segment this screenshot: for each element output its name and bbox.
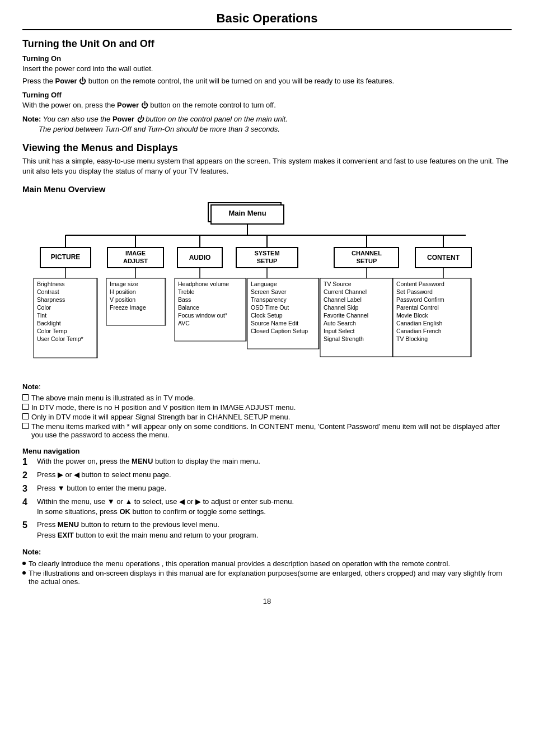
svg-text:User Color Temp*: User Color Temp* — [37, 335, 83, 342]
bullet-dot-2 — [22, 571, 26, 575]
svg-text:Main Menu: Main Menu — [228, 209, 266, 217]
svg-text:Source Name Edit: Source Name Edit — [251, 320, 298, 326]
svg-text:Balance: Balance — [178, 304, 199, 311]
svg-text:SETUP: SETUP — [257, 258, 278, 264]
svg-text:Favorite Channel: Favorite Channel — [324, 312, 368, 319]
checkbox-icon-2 — [22, 404, 29, 410]
nav-step-1: 1 With the power on, press the MENU butt… — [22, 456, 512, 467]
svg-text:PICTURE: PICTURE — [51, 253, 81, 261]
menu-overview: Main Menu Overview Main Menu PICTURE IMA… — [22, 184, 512, 376]
svg-text:V position: V position — [110, 296, 135, 303]
turning-on-line2: Press the Power ⏻ button on the remote c… — [22, 76, 512, 86]
checkbox-icon-4 — [22, 423, 29, 429]
svg-text:Color: Color — [37, 304, 51, 311]
page-number: 18 — [22, 597, 512, 605]
nav-step-3: 3 Press ▼ button to enter the menu page. — [22, 483, 512, 494]
svg-text:Clock Setup: Clock Setup — [251, 312, 283, 319]
svg-text:Signal Strength: Signal Strength — [324, 335, 364, 342]
svg-text:Backlight: Backlight — [37, 320, 61, 326]
svg-text:Password Confirm: Password Confirm — [396, 296, 444, 303]
note-item-1: The above main menu is illustrated as in… — [22, 394, 512, 402]
note-item-2: In DTV mode, there is no H position and … — [22, 403, 512, 412]
note-item-4: The menu items marked with * will appear… — [22, 422, 512, 439]
section2-title: Viewing the Menus and Displays — [22, 142, 512, 154]
notes-below-diagram: Note: The above main menu is illustrated… — [22, 382, 512, 438]
turning-off-subtitle: Turning Off — [22, 91, 512, 99]
svg-text:Channel Skip: Channel Skip — [324, 304, 359, 311]
svg-text:Parental Control: Parental Control — [396, 304, 439, 311]
note-item-3: Only in DTV mode it will appear Signal S… — [22, 413, 512, 421]
section2-description: This unit has a simple, easy-to-use menu… — [22, 156, 512, 176]
svg-text:CONTENT: CONTENT — [427, 254, 460, 262]
svg-text:Language: Language — [251, 281, 277, 287]
svg-text:Tint: Tint — [37, 312, 46, 319]
svg-text:Canadian English: Canadian English — [396, 320, 442, 326]
svg-text:Sharpness: Sharpness — [37, 296, 65, 303]
menu-nav-title: Menu navigation — [22, 447, 512, 455]
svg-text:Color Temp: Color Temp — [37, 328, 67, 334]
svg-text:AUDIO: AUDIO — [189, 254, 211, 262]
svg-text:SYSTEM: SYSTEM — [254, 250, 279, 256]
checkbox-icon-3 — [22, 413, 29, 419]
svg-text:H position: H position — [110, 288, 136, 295]
menu-overview-title: Main Menu Overview — [22, 184, 512, 194]
nav-step-5: 5 Press MENU button to return to the pre… — [22, 520, 512, 540]
svg-text:AVC: AVC — [178, 320, 190, 326]
svg-text:Current Channel: Current Channel — [324, 288, 367, 295]
nav-step-4: 4 Within the menu, use ▼ or ▲ to select,… — [22, 497, 512, 517]
bullet-dot-1 — [22, 562, 26, 565]
turning-on-line1: Insert the power cord into the wall outl… — [22, 64, 512, 74]
svg-text:Content Password: Content Password — [396, 281, 444, 287]
note-label: Note: — [22, 382, 512, 392]
turning-on-subtitle: Turning On — [22, 54, 512, 63]
bottom-note-label: Note: — [22, 547, 512, 557]
svg-text:Set Password: Set Password — [396, 288, 433, 295]
checkbox-icon-1 — [22, 394, 29, 400]
page-title: Basic Operations — [22, 11, 512, 30]
svg-text:IMAGE: IMAGE — [125, 250, 146, 256]
svg-text:Input Select: Input Select — [324, 328, 355, 334]
svg-text:Canadian French: Canadian French — [396, 328, 442, 334]
svg-text:Brightness: Brightness — [37, 281, 65, 287]
bottom-note-item-2: The illustrations and on-screen displays… — [22, 569, 512, 586]
svg-text:Bass: Bass — [178, 296, 191, 303]
bottom-note-item-1: To clearly introduce the menu operations… — [22, 559, 512, 568]
svg-text:Treble: Treble — [178, 288, 195, 295]
svg-text:Auto Search: Auto Search — [324, 320, 356, 326]
menu-diagram: Main Menu PICTURE IMAGE ADJUST AUDIO SYS… — [22, 197, 512, 376]
turning-off-line1: With the power on, press the Power ⏻ but… — [22, 100, 512, 110]
section1-title: Turning the Unit On and Off — [22, 38, 512, 50]
svg-text:Freeze Image: Freeze Image — [110, 304, 146, 311]
svg-text:ADJUST: ADJUST — [123, 258, 148, 264]
svg-text:Screen Saver: Screen Saver — [251, 288, 287, 295]
svg-text:Transparency: Transparency — [251, 296, 287, 303]
menu-navigation: Menu navigation 1 With the power on, pre… — [22, 447, 512, 540]
svg-text:Movie Block: Movie Block — [396, 312, 428, 319]
svg-text:Focus window out*: Focus window out* — [178, 312, 227, 319]
svg-text:CHANNEL: CHANNEL — [352, 250, 382, 256]
svg-text:Closed Caption Setup: Closed Caption Setup — [251, 328, 308, 334]
svg-text:Contrast: Contrast — [37, 288, 59, 295]
svg-text:Headphone volume: Headphone volume — [178, 281, 229, 287]
svg-text:TV Blocking: TV Blocking — [396, 335, 428, 342]
bottom-note: Note: To clearly introduce the menu oper… — [22, 547, 512, 586]
svg-text:OSD Time Out: OSD Time Out — [251, 304, 289, 311]
svg-text:SETUP: SETUP — [357, 258, 377, 264]
svg-text:TV Source: TV Source — [324, 281, 352, 287]
turning-note: Note: You can also use the Power ⏻ butto… — [22, 114, 512, 134]
nav-step-2: 2 Press ▶ or ◀ button to select menu pag… — [22, 470, 512, 480]
svg-text:Image size: Image size — [110, 281, 138, 287]
svg-text:Channel Label: Channel Label — [324, 296, 362, 303]
